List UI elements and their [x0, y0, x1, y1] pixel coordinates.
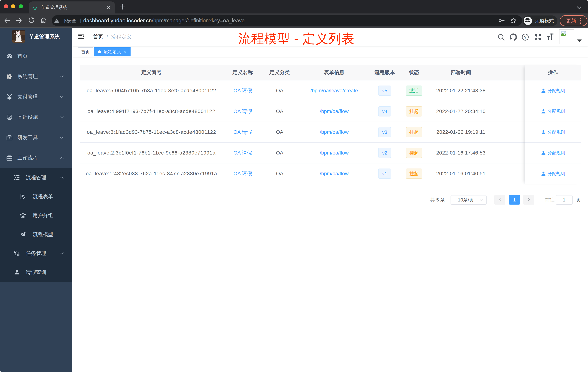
svg-text:?: ? [524, 35, 526, 40]
